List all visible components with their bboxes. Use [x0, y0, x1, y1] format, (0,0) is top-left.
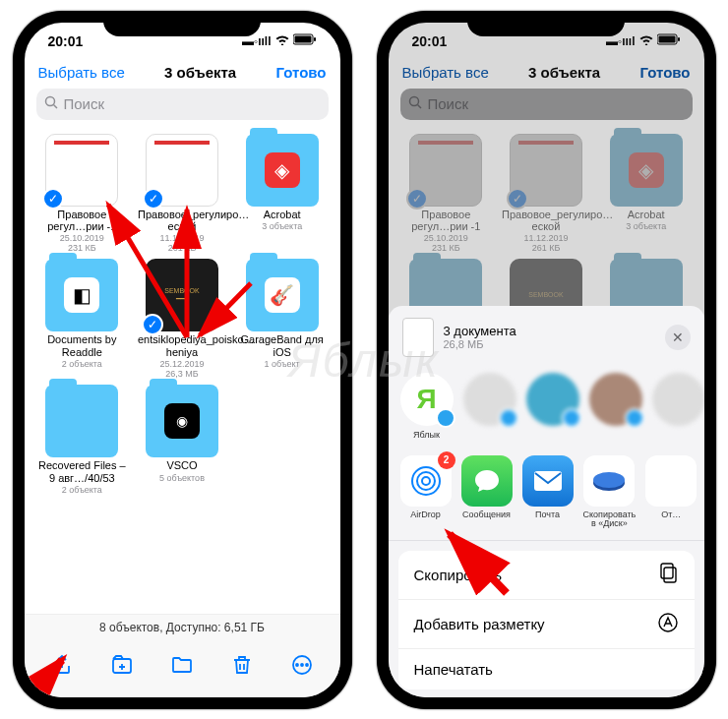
selected-check-icon: ✓ — [42, 188, 64, 210]
svg-point-9 — [306, 664, 308, 666]
contact-avatar: Я — [400, 373, 454, 426]
svg-rect-25 — [664, 568, 676, 582]
file-meta: 25.10.2019231 КБ — [60, 234, 104, 254]
more-button[interactable] — [290, 653, 314, 677]
bottom-toolbar — [25, 640, 340, 697]
markup-action[interactable]: Добавить разметку — [398, 600, 695, 649]
svg-point-8 — [301, 664, 303, 666]
app-name: От… — [661, 510, 681, 519]
folder-name: GarageBand для iOS — [238, 333, 327, 357]
copy-icon — [659, 563, 679, 587]
contact-name: Яблык — [413, 430, 440, 440]
svg-rect-2 — [314, 37, 316, 41]
search-field[interactable]: Поиск — [36, 89, 329, 120]
folder-meta: 2 объекта — [62, 486, 102, 496]
yandex-disk-icon — [583, 455, 635, 507]
search-icon — [44, 95, 58, 112]
move-button[interactable] — [170, 653, 194, 677]
mail-app[interactable]: Почта — [522, 455, 574, 528]
footer-info: 8 объектов, Доступно: 6,51 ГБ — [25, 614, 340, 640]
contact-avatar — [526, 373, 579, 426]
svg-rect-26 — [661, 564, 673, 578]
document-thumbnail: ✓ — [45, 134, 118, 207]
contact-avatar — [589, 373, 642, 426]
svg-rect-22 — [534, 471, 562, 491]
action-label: Напечатать — [414, 661, 493, 678]
document-stack-icon — [402, 318, 434, 357]
nav-bar: Выбрать все 3 объекта Готово — [25, 60, 340, 89]
vsco-icon: ◉ — [164, 403, 200, 439]
svg-line-4 — [53, 105, 57, 109]
sheet-title: 3 документа — [444, 324, 516, 338]
selected-check-icon: ✓ — [142, 314, 163, 335]
delete-button[interactable] — [230, 653, 254, 677]
action-label: Скопировать — [414, 567, 503, 583]
select-all-button[interactable]: Выбрать все — [38, 64, 125, 81]
notch — [467, 11, 625, 36]
folder-thumbnail — [45, 385, 118, 457]
phone-right: 20:01 ▬◦ıııl Выбрать все 3 объекта Готов… — [377, 11, 716, 709]
airdrop-app[interactable]: 2 AirDrop — [400, 455, 452, 528]
svg-point-20 — [417, 472, 435, 490]
contact-item[interactable] — [652, 373, 704, 440]
close-button[interactable]: ✕ — [665, 325, 691, 350]
disk-app[interactable]: Скопировать в «Диск» — [583, 455, 637, 528]
new-folder-button[interactable] — [110, 653, 134, 677]
print-action[interactable]: Напечатать — [398, 649, 695, 689]
app-name: Почта — [535, 510, 560, 519]
share-button[interactable] — [50, 653, 74, 677]
signal-icon: ▬◦ııll — [242, 34, 272, 48]
folder-meta: 5 объектов — [159, 474, 205, 484]
folder-item[interactable]: 🎸 GarageBand для iOS 1 объект — [234, 259, 331, 379]
contact-avatar — [463, 373, 516, 426]
folder-item[interactable]: ◈ Acrobat 3 объекта — [234, 134, 331, 254]
file-name: Правовое_регулиро…еской — [138, 209, 226, 232]
file-item[interactable]: ✓ Правовое регул…рии -1 25.10.2019231 КБ — [34, 134, 131, 254]
contact-item[interactable] — [589, 373, 642, 440]
folder-name: Acrobat — [264, 209, 301, 220]
sheet-subtitle: 26,8 МБ — [444, 338, 516, 350]
folder-item[interactable]: ◧ Documents by Readdle 2 объекта — [34, 259, 131, 379]
app-name: AirDrop — [410, 510, 441, 519]
contact-item[interactable] — [526, 373, 579, 440]
wifi-icon — [275, 34, 289, 48]
folder-thumbnail: 🎸 — [246, 259, 319, 331]
folder-item[interactable]: Recovered Files – 9 авг…/40/53 2 объекта — [34, 385, 131, 495]
file-item[interactable]: ✓ Правовое_регулиро…еской 11.12.2019261 … — [134, 134, 230, 254]
contact-avatar — [652, 373, 704, 426]
acrobat-icon: ◈ — [265, 152, 300, 188]
more-app[interactable]: От… — [645, 455, 697, 528]
folder-meta: 3 объекта — [262, 222, 302, 232]
more-icon — [645, 455, 697, 507]
status-indicators: ▬◦ııll — [242, 33, 317, 48]
search-placeholder: Поиск — [64, 95, 105, 112]
messages-app[interactable]: Сообщения — [461, 455, 513, 528]
sheet-header: 3 документа 26,8 МБ ✕ — [389, 306, 704, 367]
document-thumbnail: ✓ — [146, 134, 218, 207]
done-button[interactable]: Готово — [275, 64, 326, 81]
folder-name: VSCO — [166, 459, 197, 471]
notch — [103, 11, 261, 36]
folder-thumbnail: ◧ — [45, 259, 118, 331]
book-thumbnail: SEMBOOK━━━ ✓ — [146, 259, 218, 331]
folder-thumbnail: ◉ — [146, 385, 218, 457]
folder-item[interactable]: ◉ VSCO 5 объектов — [134, 385, 230, 495]
garageband-icon: 🎸 — [265, 277, 300, 313]
file-name: entsiklopediya_poisko…heniya — [138, 333, 226, 357]
action-list: Скопировать Добавить разметку Напечатать — [398, 551, 695, 689]
file-item[interactable]: SEMBOOK━━━ ✓ entsiklopediya_poisko…heniy… — [134, 259, 230, 379]
copy-action[interactable]: Скопировать — [398, 551, 695, 600]
contact-item[interactable]: Я Яблык — [400, 373, 454, 440]
messages-icon — [461, 455, 513, 507]
mail-icon — [522, 455, 574, 507]
battery-icon — [293, 33, 317, 48]
svg-point-3 — [45, 97, 54, 106]
svg-point-24 — [593, 472, 625, 488]
screen-left: 20:01 ▬◦ııll Выбрать все 3 объекта Готов… — [25, 23, 340, 697]
file-grid: ✓ Правовое регул…рии -1 25.10.2019231 КБ… — [25, 130, 340, 500]
action-label: Добавить разметку — [414, 616, 545, 632]
contact-item[interactable] — [463, 373, 516, 440]
folder-name: Recovered Files – 9 авг…/40/53 — [37, 459, 126, 483]
folder-meta: 1 объект — [265, 360, 300, 370]
svg-point-7 — [296, 664, 298, 666]
